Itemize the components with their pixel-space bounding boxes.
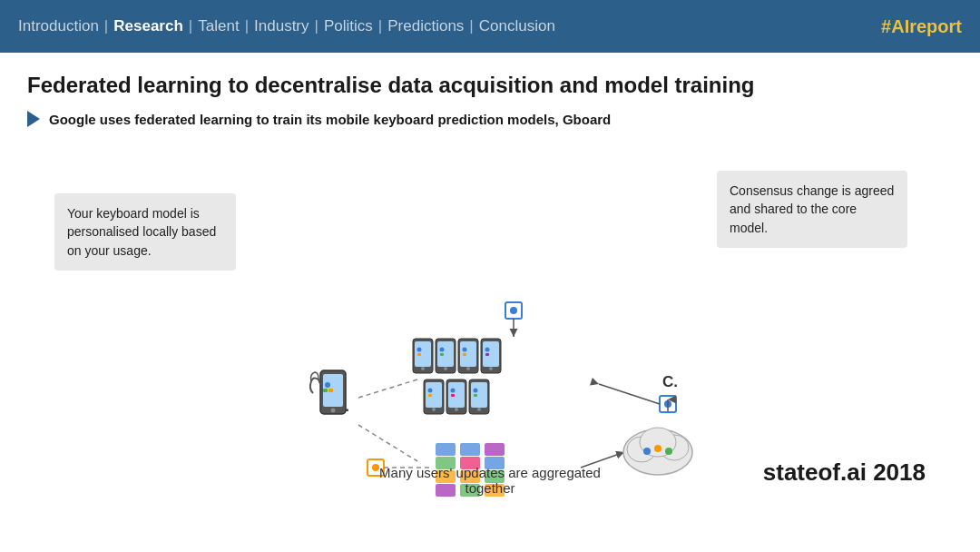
nav-predictions[interactable]: Predictions: [387, 17, 464, 35]
branding: stateof.ai 2018: [763, 458, 926, 487]
svg-rect-57: [460, 443, 480, 456]
svg-rect-14: [437, 341, 454, 367]
svg-line-49: [599, 384, 660, 404]
nav-industry[interactable]: Industry: [254, 17, 309, 35]
subtitle-row: Google uses federated learning to train …: [27, 111, 953, 127]
diagram-svg: A.: [27, 143, 953, 498]
svg-point-2: [331, 409, 336, 413]
main-content: Federated learning to decentralise data …: [0, 53, 980, 512]
svg-rect-12: [417, 353, 421, 356]
svg-rect-4: [323, 389, 328, 392]
diagram-area: Your keyboard model is personalised loca…: [27, 143, 953, 498]
svg-point-3: [325, 382, 330, 388]
svg-point-31: [428, 389, 433, 393]
svg-line-6: [358, 380, 417, 398]
svg-rect-39: [471, 382, 487, 408]
nav-talent[interactable]: Talent: [198, 17, 239, 35]
svg-rect-9: [415, 341, 431, 367]
svg-rect-42: [474, 394, 477, 397]
svg-point-44: [510, 307, 517, 314]
arrow-icon: [27, 111, 40, 127]
svg-point-71: [643, 448, 651, 455]
navigation: Introduction | Research | Talent | Indus…: [18, 17, 555, 35]
header: Introduction | Research | Talent | Indus…: [0, 0, 980, 53]
svg-rect-19: [460, 341, 476, 367]
svg-point-10: [421, 367, 425, 370]
svg-point-21: [463, 348, 467, 352]
svg-point-40: [477, 408, 481, 411]
svg-point-16: [440, 348, 445, 352]
svg-point-25: [489, 367, 493, 370]
svg-rect-27: [485, 353, 489, 356]
svg-rect-22: [463, 353, 466, 356]
page-title: Federated learning to decentralise data …: [27, 73, 953, 98]
svg-point-36: [451, 389, 456, 393]
svg-rect-37: [451, 394, 455, 397]
svg-rect-17: [440, 353, 444, 356]
hashtag-label: #AIreport: [881, 16, 962, 37]
svg-rect-24: [483, 341, 499, 367]
svg-point-11: [417, 348, 422, 352]
svg-point-41: [474, 389, 478, 393]
nav-politics[interactable]: Politics: [324, 17, 373, 35]
svg-point-15: [444, 367, 447, 370]
svg-rect-32: [428, 394, 432, 397]
svg-point-72: [654, 445, 662, 452]
svg-point-30: [432, 408, 436, 411]
box-b: Many users' updates are aggregated toget…: [363, 465, 617, 496]
svg-point-26: [485, 348, 490, 352]
svg-point-35: [455, 408, 458, 411]
subtitle-text: Google uses federated learning to train …: [49, 112, 611, 127]
svg-line-7: [358, 425, 417, 461]
svg-rect-53: [436, 443, 456, 456]
nav-conclusion[interactable]: Conclusion: [479, 17, 555, 35]
svg-rect-5: [328, 389, 333, 392]
svg-rect-61: [485, 443, 505, 456]
nav-research[interactable]: Research: [113, 17, 183, 35]
svg-point-73: [665, 448, 672, 455]
svg-text:C.: C.: [662, 373, 678, 390]
svg-rect-34: [448, 382, 465, 408]
svg-rect-29: [426, 382, 442, 408]
svg-point-20: [466, 367, 470, 370]
nav-introduction[interactable]: Introduction: [18, 17, 99, 35]
